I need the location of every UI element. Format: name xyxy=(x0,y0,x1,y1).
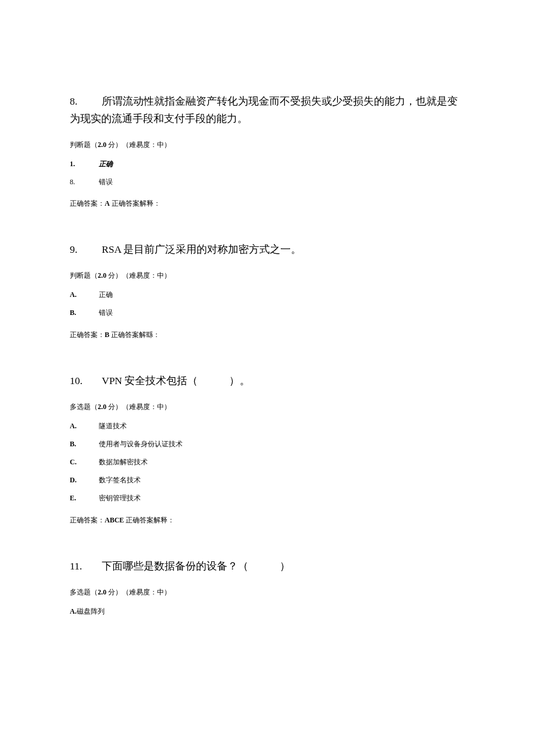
question-meta: 判断题（2.0 分）（难易度：中） xyxy=(70,139,465,151)
question-title: 10.VPN 安全技术包括（ ）。 xyxy=(70,372,465,390)
option-a: A. 正确 xyxy=(70,289,465,300)
question-text: RSA 是目前广泛采用的对称加密方式之一。 xyxy=(102,243,301,255)
question-number: 9. xyxy=(70,241,102,259)
question-meta: 多选题（2.0 分）（难易度：中） xyxy=(70,587,465,598)
question-number: 11. xyxy=(70,558,102,575)
answer-key: ABCE xyxy=(105,516,124,524)
option-text: 正确 xyxy=(99,289,113,300)
option-c: C. 数据加解密技术 xyxy=(70,457,465,468)
option-8: 8. 错误 xyxy=(70,177,465,188)
option-text: 数字签名技术 xyxy=(99,475,141,486)
option-b: B. 使用者与设备身份认证技术 xyxy=(70,439,465,450)
option-e: E. 密钥管理技术 xyxy=(70,493,465,504)
option-1: 1. 正确 xyxy=(70,159,465,170)
option-b: B. 错误 xyxy=(70,307,465,318)
option-text: 磁盘阵列 xyxy=(77,607,105,615)
question-number: 10. xyxy=(70,372,102,390)
option-d: D. 数字签名技术 xyxy=(70,475,465,486)
question-9: 9.RSA 是目前广泛采用的对称加密方式之一。 判断题（2.0 分）（难易度：中… xyxy=(70,241,465,341)
option-marker: A. xyxy=(70,421,99,432)
option-text: 密钥管理技术 xyxy=(99,493,141,504)
option-marker: 1. xyxy=(70,159,99,170)
question-title: 11.下面哪些是数据备份的设备？（ ） xyxy=(70,558,465,575)
question-text: VPN 安全技术包括（ ）。 xyxy=(102,375,250,386)
option-a: A.磁盘阵列 xyxy=(70,606,465,617)
answer-line: 正确答案：B 正确答案解繇： xyxy=(70,329,465,341)
question-10: 10.VPN 安全技术包括（ ）。 多选题（2.0 分）（难易度：中） A. 隧… xyxy=(70,372,465,526)
question-11: 11.下面哪些是数据备份的设备？（ ） 多选题（2.0 分）（难易度：中） A.… xyxy=(70,558,465,617)
answer-line: 正确答案：A 正确答案解释： xyxy=(70,198,465,209)
answer-key: A xyxy=(105,199,110,207)
question-number: 8. xyxy=(70,93,102,110)
option-text: 数据加解密技术 xyxy=(99,457,148,468)
option-text: 隧道技术 xyxy=(99,421,127,432)
question-title: 8.所谓流动性就指金融资产转化为现金而不受损失或少受损失的能力，也就是变为现实的… xyxy=(70,93,465,128)
option-marker: A. xyxy=(70,289,99,300)
question-title: 9.RSA 是目前广泛采用的对称加密方式之一。 xyxy=(70,241,465,259)
option-marker: B. xyxy=(70,439,99,450)
question-meta: 判断题（2.0 分）（难易度：中） xyxy=(70,270,465,281)
option-text: 使用者与设备身份认证技术 xyxy=(99,439,183,450)
option-text: 错误 xyxy=(99,177,113,188)
option-marker: 8. xyxy=(70,177,99,188)
question-meta: 多选题（2.0 分）（难易度：中） xyxy=(70,402,465,413)
answer-key: B xyxy=(105,331,109,339)
option-marker: E. xyxy=(70,493,99,504)
question-8: 8.所谓流动性就指金融资产转化为现金而不受损失或少受损失的能力，也就是变为现实的… xyxy=(70,93,465,209)
option-marker: A. xyxy=(70,607,77,615)
option-marker: D. xyxy=(70,475,99,486)
option-marker: C. xyxy=(70,457,99,468)
answer-line: 正确答案：ABCE 正确答案解释： xyxy=(70,515,465,526)
option-text: 正确 xyxy=(99,159,113,170)
question-text: 所谓流动性就指金融资产转化为现金而不受损失或少受损失的能力，也就是变为现实的流通… xyxy=(70,95,458,124)
option-text: 错误 xyxy=(99,307,113,318)
option-a: A. 隧道技术 xyxy=(70,421,465,432)
question-text: 下面哪些是数据备份的设备？（ ） xyxy=(102,560,290,572)
option-marker: B. xyxy=(70,307,99,318)
